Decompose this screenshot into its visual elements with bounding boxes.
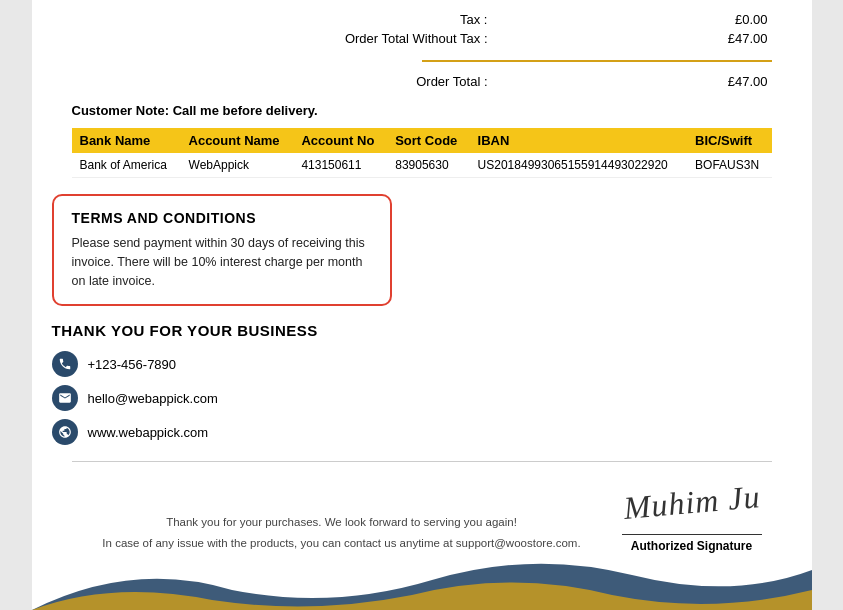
account-name-cell: WebAppick — [181, 153, 294, 178]
totals-table: Tax : £0.00 Order Total Without Tax : £4… — [72, 10, 772, 48]
email-text: hello@webappick.com — [88, 391, 218, 406]
order-no-tax-label: Order Total Without Tax : — [72, 29, 492, 48]
phone-text: +123-456-7890 — [88, 357, 177, 372]
account-no-header: Account No — [293, 128, 387, 153]
tax-row: Tax : £0.00 — [72, 10, 772, 29]
website-text: www.webappick.com — [88, 425, 209, 440]
footer-divider — [72, 461, 772, 462]
table-row: Bank of America WebAppick 413150611 8390… — [72, 153, 772, 178]
terms-box: TERMS AND CONDITIONS Please send payment… — [52, 194, 392, 306]
bic-swift-header: BIC/Swift — [687, 128, 771, 153]
tax-label: Tax : — [72, 10, 492, 29]
bank-name-cell: Bank of America — [72, 153, 181, 178]
footer-text-block: Thank you for your purchases. We look fo… — [72, 512, 612, 553]
footer-content: Thank you for your purchases. We look fo… — [32, 472, 812, 553]
bank-name-header: Bank Name — [72, 128, 181, 153]
order-total-row: Order Total : £47.00 — [72, 72, 772, 91]
footer-text1: Thank you for your purchases. We look fo… — [72, 512, 612, 533]
bottom-wave — [32, 550, 812, 610]
order-total-value: £47.00 — [492, 72, 772, 91]
phone-icon — [52, 351, 78, 377]
account-name-header: Account Name — [181, 128, 294, 153]
tax-value: £0.00 — [492, 10, 772, 29]
web-icon — [52, 419, 78, 445]
contact-list: +123-456-7890 hello@webappick.com www.we… — [52, 351, 812, 445]
email-icon — [52, 385, 78, 411]
iban-header: IBAN — [470, 128, 687, 153]
order-no-tax-row: Order Total Without Tax : £47.00 — [72, 29, 772, 48]
top-section: Tax : £0.00 Order Total Without Tax : £4… — [32, 0, 812, 178]
terms-title: TERMS AND CONDITIONS — [72, 210, 372, 226]
gold-divider — [422, 60, 772, 62]
email-contact: hello@webappick.com — [52, 385, 812, 411]
customer-note-label: Customer Note: — [72, 103, 170, 118]
bank-table: Bank Name Account Name Account No Sort C… — [72, 128, 772, 178]
order-total-label: Order Total : — [72, 72, 492, 91]
bic-swift-cell: BOFAUS3N — [687, 153, 771, 178]
account-no-cell: 413150611 — [293, 153, 387, 178]
invoice-page: Tax : £0.00 Order Total Without Tax : £4… — [32, 0, 812, 610]
phone-contact: +123-456-7890 — [52, 351, 812, 377]
bank-table-header-row: Bank Name Account Name Account No Sort C… — [72, 128, 772, 153]
terms-text: Please send payment within 30 days of re… — [72, 234, 372, 290]
iban-cell: US20184993065155914493022920 — [470, 153, 687, 178]
order-total-table: Order Total : £47.00 — [72, 72, 772, 91]
sort-code-header: Sort Code — [387, 128, 469, 153]
thank-you: THANK YOU FOR YOUR BUSINESS — [52, 322, 812, 339]
order-no-tax-value: £47.00 — [492, 29, 772, 48]
customer-note-text: Call me before delivery. — [173, 103, 318, 118]
signature-block: Muhim Ju Authorized Signature — [612, 472, 772, 553]
signature-image: Muhim Ju — [609, 465, 774, 539]
sort-code-cell: 83905630 — [387, 153, 469, 178]
website-contact: www.webappick.com — [52, 419, 812, 445]
customer-note: Customer Note: Call me before delivery. — [72, 103, 772, 118]
